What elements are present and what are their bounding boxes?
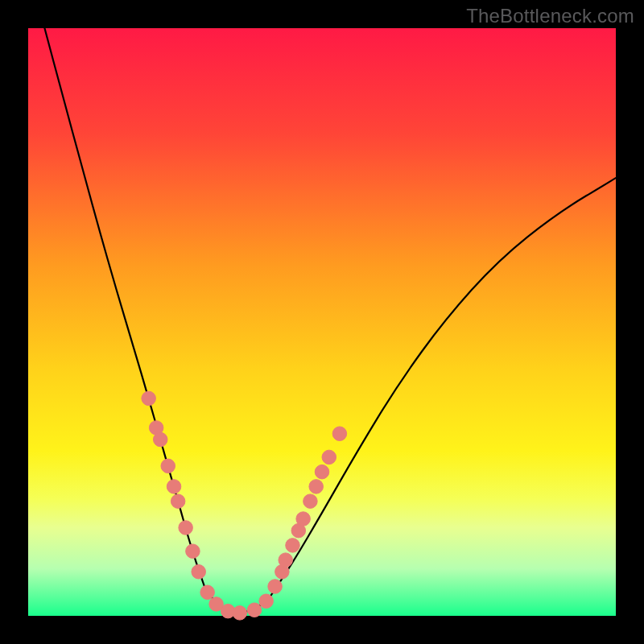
watermark-text: TheBottleneck.com	[466, 5, 634, 27]
curve-marker	[153, 432, 167, 447]
curve-marker	[192, 564, 206, 579]
curve-marker	[286, 539, 300, 553]
curve-marker	[332, 427, 347, 441]
curve-marker	[296, 512, 311, 526]
curve-marker	[303, 494, 318, 509]
curve-marker	[268, 580, 283, 594]
curve-marker	[309, 480, 324, 494]
outer-frame: TheBottleneck.com	[0, 0, 644, 644]
bottleneck-curve	[44, 28, 616, 613]
plot-gradient-panel	[28, 28, 616, 616]
curve-marker	[247, 603, 262, 617]
marker-group	[142, 391, 347, 620]
curve-marker	[179, 521, 193, 535]
curve-marker	[142, 391, 156, 406]
curve-marker	[233, 606, 247, 621]
curve-marker	[279, 553, 293, 568]
curve-marker	[259, 594, 274, 609]
curve-marker	[315, 464, 329, 479]
curve-marker	[322, 450, 336, 464]
chart-svg	[28, 28, 616, 616]
curve-marker	[200, 585, 215, 600]
curve-marker	[167, 480, 181, 494]
curve-marker	[171, 494, 185, 509]
curve-marker	[186, 544, 200, 559]
curve-marker	[161, 459, 175, 473]
